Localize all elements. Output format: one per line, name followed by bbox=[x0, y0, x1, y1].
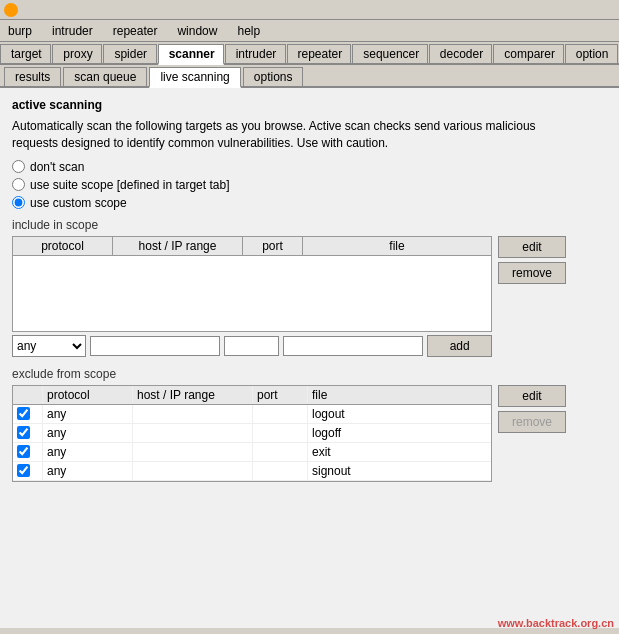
tab-sequencer[interactable]: sequencer bbox=[352, 44, 428, 63]
exclude-side-buttons: edit remove bbox=[498, 385, 566, 433]
radio-dont-scan-label[interactable]: don't scan bbox=[30, 160, 84, 174]
exclude-row-2: any exit bbox=[13, 443, 491, 462]
include-scope-table: protocol host / IP range port file bbox=[12, 236, 492, 332]
header-exc-protocol: protocol bbox=[43, 386, 133, 404]
exc-checkbox-0[interactable] bbox=[17, 407, 30, 420]
top-tab-bar: target proxy spider scanner intruder rep… bbox=[0, 42, 619, 65]
radio-dont-scan-input[interactable] bbox=[12, 160, 25, 173]
tab-repeater[interactable]: repeater bbox=[287, 44, 352, 63]
subtab-scan-queue[interactable]: scan queue bbox=[63, 67, 147, 86]
exc-check-0[interactable] bbox=[13, 405, 43, 423]
exclude-edit-button[interactable]: edit bbox=[498, 385, 566, 407]
tab-proxy[interactable]: proxy bbox=[52, 44, 102, 63]
exc-check-3[interactable] bbox=[13, 462, 43, 480]
exc-port-0 bbox=[253, 405, 308, 423]
tab-spider[interactable]: spider bbox=[103, 44, 156, 63]
subtab-live-scanning[interactable]: live scanning bbox=[149, 67, 240, 88]
tab-decoder[interactable]: decoder bbox=[429, 44, 492, 63]
header-exc-host: host / IP range bbox=[133, 386, 253, 404]
exclude-scope-table: protocol host / IP range port file any l… bbox=[12, 385, 492, 482]
header-port: port bbox=[243, 237, 303, 255]
exc-checkbox-2[interactable] bbox=[17, 445, 30, 458]
exclude-row-3: any signout bbox=[13, 462, 491, 481]
header-protocol: protocol bbox=[13, 237, 113, 255]
exc-protocol-0: any bbox=[43, 405, 133, 423]
exclude-row-1: any logoff bbox=[13, 424, 491, 443]
menu-help[interactable]: help bbox=[233, 23, 264, 39]
tab-option[interactable]: option bbox=[565, 44, 618, 63]
tab-comparer[interactable]: comparer bbox=[493, 44, 563, 63]
subtab-results[interactable]: results bbox=[4, 67, 61, 86]
exc-host-1 bbox=[133, 424, 253, 442]
menu-repeater[interactable]: repeater bbox=[109, 23, 162, 39]
sub-tab-bar: results scan queue live scanning options bbox=[0, 65, 619, 88]
app-icon bbox=[4, 3, 18, 17]
exc-file-2: exit bbox=[308, 443, 491, 461]
title-bar bbox=[0, 0, 619, 20]
subtab-options[interactable]: options bbox=[243, 67, 304, 86]
radio-suite-scope-input[interactable] bbox=[12, 178, 25, 191]
header-exc-port: port bbox=[253, 386, 308, 404]
menu-bar: burp intruder repeater window help bbox=[0, 20, 619, 42]
protocol-select[interactable]: any http https bbox=[12, 335, 86, 357]
header-exc-file: file bbox=[308, 386, 491, 404]
add-button[interactable]: add bbox=[427, 335, 492, 357]
include-table-body bbox=[13, 256, 491, 331]
exc-port-3 bbox=[253, 462, 308, 480]
host-input[interactable] bbox=[90, 336, 220, 356]
exclude-row-0: any logout bbox=[13, 405, 491, 424]
exclude-scope-title: exclude from scope bbox=[12, 367, 607, 381]
menu-intruder[interactable]: intruder bbox=[48, 23, 97, 39]
exc-check-1[interactable] bbox=[13, 424, 43, 442]
tab-intruder[interactable]: intruder bbox=[225, 44, 286, 63]
input-row: any http https add bbox=[12, 335, 492, 357]
radio-custom-scope-input[interactable] bbox=[12, 196, 25, 209]
exc-protocol-3: any bbox=[43, 462, 133, 480]
include-scope-title: include in scope bbox=[12, 218, 607, 232]
menu-window[interactable]: window bbox=[173, 23, 221, 39]
exc-check-2[interactable] bbox=[13, 443, 43, 461]
exc-host-0 bbox=[133, 405, 253, 423]
exc-file-3: signout bbox=[308, 462, 491, 480]
radio-custom-scope-label[interactable]: use custom scope bbox=[30, 196, 127, 210]
port-input[interactable] bbox=[224, 336, 279, 356]
include-scope-area: protocol host / IP range port file any h… bbox=[12, 236, 607, 357]
exc-file-1: logoff bbox=[308, 424, 491, 442]
header-check bbox=[13, 386, 43, 404]
radio-dont-scan: don't scan bbox=[12, 160, 607, 174]
exc-protocol-2: any bbox=[43, 443, 133, 461]
header-host: host / IP range bbox=[113, 237, 243, 255]
main-content: active scanning Automatically scan the f… bbox=[0, 88, 619, 628]
include-table-header: protocol host / IP range port file bbox=[13, 237, 491, 256]
radio-suite-scope-label[interactable]: use suite scope [defined in target tab] bbox=[30, 178, 229, 192]
header-file: file bbox=[303, 237, 491, 255]
active-scanning-title: active scanning bbox=[12, 98, 607, 112]
tab-scanner[interactable]: scanner bbox=[158, 44, 224, 65]
include-side-buttons: edit remove bbox=[498, 236, 566, 284]
exc-file-0: logout bbox=[308, 405, 491, 423]
include-edit-button[interactable]: edit bbox=[498, 236, 566, 258]
exc-checkbox-3[interactable] bbox=[17, 464, 30, 477]
exc-port-2 bbox=[253, 443, 308, 461]
exc-port-1 bbox=[253, 424, 308, 442]
exc-checkbox-1[interactable] bbox=[17, 426, 30, 439]
tab-target[interactable]: target bbox=[0, 44, 51, 63]
radio-custom-scope: use custom scope bbox=[12, 196, 607, 210]
menu-burp[interactable]: burp bbox=[4, 23, 36, 39]
description-text: Automatically scan the following targets… bbox=[12, 118, 572, 152]
exclude-scope-section: exclude from scope protocol host / IP ra… bbox=[12, 367, 607, 482]
exc-protocol-1: any bbox=[43, 424, 133, 442]
file-input[interactable] bbox=[283, 336, 423, 356]
exc-host-2 bbox=[133, 443, 253, 461]
exc-host-3 bbox=[133, 462, 253, 480]
exclude-remove-button[interactable]: remove bbox=[498, 411, 566, 433]
include-remove-button[interactable]: remove bbox=[498, 262, 566, 284]
radio-suite-scope: use suite scope [defined in target tab] bbox=[12, 178, 607, 192]
exclude-table-header: protocol host / IP range port file bbox=[13, 386, 491, 405]
